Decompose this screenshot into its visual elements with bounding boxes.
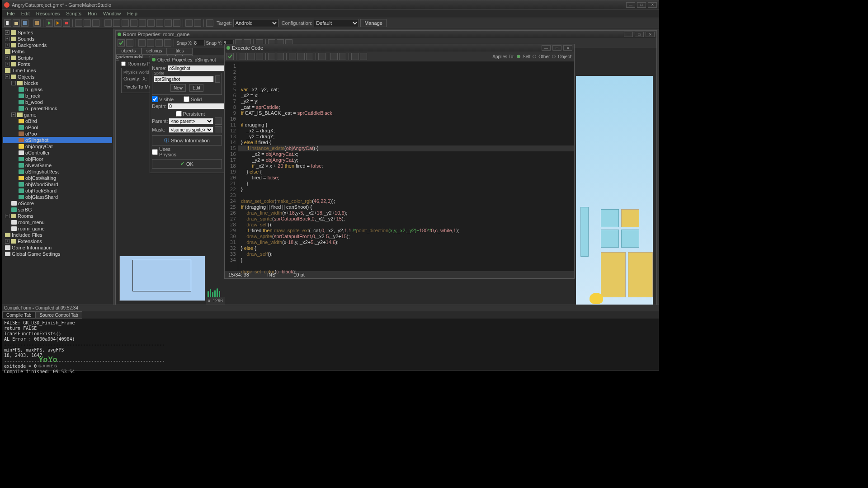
tree-blocks-folder[interactable]: −blocks [3,80,112,86]
menu-run[interactable]: Run [85,10,99,17]
code-help-icon[interactable] [360,53,367,60]
script-icon[interactable] [139,19,146,27]
tree-game-folder[interactable]: −game [3,112,112,118]
applies-object-radio[interactable] [552,55,556,58]
code-ok-btn[interactable] [226,53,234,60]
room-icon[interactable] [173,19,180,27]
tree-objglassshard[interactable]: objGlassShard [3,194,112,200]
tree-rooms[interactable]: −Rooms [3,213,112,219]
tree-onewgame[interactable]: oNewGame [3,162,112,169]
new-sprite-button[interactable]: New [170,84,186,92]
object-icon[interactable] [165,19,172,27]
room-max[interactable]: □ [635,32,644,37]
open-icon[interactable] [13,19,20,27]
mask-browse-icon[interactable] [215,126,222,133]
solid-check[interactable] [184,96,189,102]
tree-sprites[interactable]: +Sprites [3,29,112,36]
tree-objwoodshard[interactable]: objWoodShard [3,181,112,188]
visible-check[interactable] [152,96,158,102]
help-icon[interactable] [206,19,213,27]
obj-titlebar[interactable]: Object Properties: oSlingshot [150,56,224,63]
font-icon[interactable] [147,19,155,27]
menu-resources[interactable]: Resources [33,10,63,17]
code-copy-icon[interactable] [297,53,305,60]
tree-backgrounds[interactable]: +Backgrounds [3,42,112,48]
tab-tiles[interactable]: tiles [167,48,193,54]
tree-roomgame[interactable]: room_game [3,225,112,232]
save-icon[interactable] [21,19,28,27]
tree-bwood[interactable]: b_wood [3,99,112,105]
stop-icon[interactable] [63,19,70,27]
code-undo-icon[interactable] [268,53,275,60]
persistent-check[interactable] [176,111,182,117]
room-minimap[interactable] [119,256,205,301]
edit-sprite-button[interactable]: Edit [189,84,203,92]
room-paste[interactable] [156,39,163,47]
minimize-button[interactable]: — [626,2,635,8]
tree-sounds[interactable]: +Sounds [3,36,112,42]
snapx-input[interactable] [194,40,205,46]
tree-opoo[interactable]: oPoo [3,131,112,137]
tree-gameinfo[interactable]: Game Information [3,244,112,251]
tree-extensions[interactable]: +Extensions [3,238,112,244]
code-paste-icon[interactable] [306,53,313,60]
parent-select[interactable]: <no parent> [169,118,213,124]
tree-brock[interactable]: b_rock [3,93,112,99]
code-check-icon[interactable] [339,53,346,60]
sprite-icon[interactable] [104,19,112,27]
tree-parentblock[interactable]: o_parentBlock [3,105,112,112]
menu-help[interactable]: Help [124,10,140,17]
depth-input[interactable] [168,103,228,109]
code-find-icon[interactable] [318,53,326,60]
bg-icon[interactable] [122,19,129,27]
code-snippet-icon[interactable] [330,53,338,60]
tree-objects[interactable]: −Objects [3,74,112,80]
resource-tree[interactable]: +Sprites +Sounds +Backgrounds Paths +Scr… [2,28,113,305]
compile-log[interactable]: FALSE: GR_D3D_Finish_Frame return FALSE … [2,319,659,376]
menu-file[interactable]: File [4,10,18,17]
code-titlebar[interactable]: Execute Code —□✕ [225,44,574,52]
tree-included[interactable]: Included Files [3,232,112,238]
applies-other-radio[interactable] [533,55,536,58]
tree-objangrycat[interactable]: objAngryCat [3,143,112,150]
code-goto-icon[interactable] [351,53,359,60]
applies-self-radio[interactable] [517,55,520,58]
path-icon[interactable] [130,19,137,27]
timeline-icon[interactable] [156,19,163,27]
tree-scrbg[interactable]: scrBG [3,206,112,213]
tree-scripts[interactable]: +Scripts [3,55,112,61]
tree-objcatwaiting[interactable]: objCatWaiting [3,175,112,181]
physics-check[interactable] [152,149,158,155]
tree-oslingshot[interactable]: oSlingshot [3,137,112,143]
room-copy[interactable] [147,39,154,47]
tree-ocontroller[interactable]: oController [3,150,112,156]
compile-tab[interactable]: Compile Tab [2,311,35,319]
tree-paths[interactable]: Paths [3,48,112,55]
tree-obird[interactable]: oBird [3,118,112,124]
ok-button[interactable]: ✔OK [152,159,222,169]
room-titlebar[interactable]: Room Properties: room_game —□✕ [116,31,656,38]
code-max[interactable]: □ [552,45,561,51]
mask-select[interactable]: <same as sprite> [169,127,213,133]
new-icon[interactable] [4,19,11,27]
code-redo-icon[interactable] [277,53,284,60]
web-icon[interactable] [92,19,99,27]
menu-window[interactable]: Window [100,10,123,17]
maximize-button[interactable]: □ [637,2,646,8]
close-button[interactable]: ✕ [648,2,657,8]
tree-bglass[interactable]: b_glass [3,86,112,93]
room-cut[interactable] [138,39,146,47]
settings-icon[interactable] [185,19,193,27]
room-undo[interactable] [126,39,133,47]
debug-icon[interactable] [54,19,61,27]
code-load-icon[interactable] [239,53,246,60]
tree-oscore[interactable]: oScore [3,200,112,206]
code-text[interactable]: var _x2,_y2,_cat;_x2 = x;_y2 = y;_cat = … [238,61,574,271]
tree-fonts[interactable]: +Fonts [3,61,112,67]
tab-settings[interactable]: settings [142,48,167,54]
config-select[interactable]: Default [314,19,359,27]
tree-globalsettings[interactable]: Global Game Settings [3,251,112,257]
code-editor[interactable]: 1234567891011121314151617181920212223242… [225,61,574,271]
phys-check[interactable] [121,61,126,66]
tab-objects[interactable]: objects [116,48,142,54]
